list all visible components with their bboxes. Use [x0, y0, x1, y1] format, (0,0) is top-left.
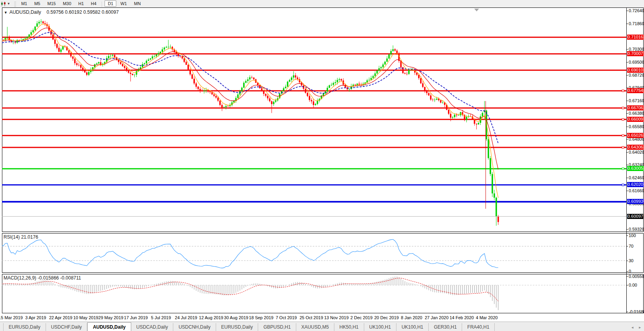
rsi-tick-label: 0: [629, 269, 644, 274]
axis-tick-mark: [626, 235, 628, 236]
axis-tick-mark: [626, 312, 628, 312]
price-axis-separator: [626, 7, 627, 313]
date-label: 7 Oct 2019: [276, 315, 297, 320]
tab-nav-right-icon[interactable]: ▸: [639, 325, 641, 329]
date-label: 27 Jan 2020: [425, 315, 449, 320]
price-tick-label: 0.70300: [629, 47, 644, 51]
date-label: 18 Sep 2019: [249, 315, 273, 320]
ma-mid-line: [2, 28, 498, 169]
timeframe-button-h4[interactable]: H4: [88, 0, 99, 7]
price-tick-label: 0.68720: [629, 73, 644, 77]
date-label: 24 Jul 2019: [175, 315, 197, 320]
level-line-handle[interactable]: [622, 90, 624, 92]
macd-tick-label: -0.016887: [629, 309, 644, 314]
candlestick-chart-icon: [1, 2, 6, 6]
tab-usdchf-daily[interactable]: USDCHF,Daily: [46, 323, 88, 331]
tab-gbpusd-h1[interactable]: GBPUSD,H1: [258, 323, 296, 331]
main-chart-pane[interactable]: [2, 8, 626, 231]
timeframe-button-w1[interactable]: W1: [117, 0, 130, 7]
date-label: 14 Feb 2020: [450, 315, 474, 320]
price-level-badge: 0.65026: [627, 133, 644, 138]
level-line-handle[interactable]: [622, 134, 624, 136]
tab-usdcad-daily[interactable]: USDCAD,Daily: [131, 323, 174, 331]
rsi-tick-label: 100: [629, 233, 644, 238]
timeframe-button-h1[interactable]: H1: [75, 0, 87, 7]
date-label: 29 May 2019: [98, 315, 123, 320]
tab-fra40-h1[interactable]: FRA40,H1: [462, 323, 495, 331]
date-label: 20 Dec 2019: [374, 315, 398, 320]
date-label: 12 Aug 2019: [199, 315, 223, 320]
axis-tick-mark: [626, 49, 628, 50]
date-label: 30 Aug 2019: [224, 315, 248, 320]
macd-signal-line: [2, 278, 498, 301]
axis-tick-mark: [626, 113, 628, 114]
level-line-handle[interactable]: [622, 107, 624, 109]
toolbar-grip[interactable]: [14, 1, 16, 7]
axis-tick-mark: [626, 11, 628, 11]
price-tick-label: 0.61660: [629, 188, 644, 193]
price-tick-label: 0.64020: [629, 150, 644, 154]
date-label: 3 Apr 2019: [25, 315, 46, 320]
date-label: 15 Mar 2019: [0, 315, 23, 320]
price-level-badge: 0.69010: [627, 68, 644, 73]
rsi-tick-label: 30: [629, 258, 644, 263]
date-label: 8 Jan 2020: [401, 315, 422, 320]
tab-eurusd-daily[interactable]: EURUSD,Daily: [216, 323, 259, 331]
price-level-badge: 0.66706: [627, 105, 644, 110]
chart-shift-marker-icon[interactable]: [474, 9, 479, 11]
timeframe-toolbar: ▼ M1M5M15M30H1H4D1W1MN: [0, 0, 644, 7]
price-level-badge: 0.64306: [627, 145, 644, 150]
date-label: 22 Apr 2019: [49, 315, 72, 320]
level-line-handle[interactable]: [622, 146, 624, 148]
chart-type-icon[interactable]: [0, 1, 7, 7]
candles-group: [2, 19, 499, 226]
axis-tick-mark: [626, 165, 628, 165]
level-line-handle[interactable]: [622, 184, 624, 186]
price-tick-label: 0.65580: [629, 124, 644, 129]
tab-ger30-h1[interactable]: GER30,H1: [429, 323, 462, 331]
axis-tick-mark: [626, 191, 628, 191]
tab-uk100-h1[interactable]: UK100,H1: [364, 323, 396, 331]
tab-usdcnh-daily[interactable]: USDCNH,Daily: [173, 323, 216, 331]
tab-eurusd-daily[interactable]: EURUSD,Daily: [3, 323, 46, 331]
rsi-line: [2, 239, 498, 268]
price-tick-label: 0.59320: [629, 227, 644, 232]
tab-nav-left-icon[interactable]: ◂: [631, 325, 633, 329]
rsi-pane[interactable]: [2, 234, 626, 272]
timeframe-button-m5[interactable]: M5: [31, 0, 43, 7]
mt4-window: ▼ M1M5M15M30H1H4D1W1MN ▼AUDUSD,Daily0.59…: [0, 0, 644, 331]
price-tick-label: 0.71860: [629, 21, 644, 26]
ma-fast-line: [2, 24, 498, 198]
level-line-handle[interactable]: [622, 168, 624, 170]
macd-histogram: [2, 276, 498, 310]
macd-tick-label: 0.005587: [629, 274, 644, 279]
tab-uk100-h1[interactable]: UK100,H1: [396, 323, 429, 331]
axis-tick-mark: [626, 261, 628, 261]
price-level-badge: 0.66009: [627, 117, 644, 122]
date-axis[interactable]: 15 Mar 20193 Apr 201922 Apr 201910 May 2…: [0, 313, 644, 322]
tab-xauusd-m5[interactable]: XAUUSD,M5: [296, 323, 334, 331]
chart-title-symbol: AUDUSD,Daily: [9, 9, 41, 15]
timeframe-button-mn[interactable]: MN: [131, 0, 144, 7]
level-line-handle[interactable]: [622, 118, 624, 120]
axis-tick-mark: [626, 127, 628, 127]
macd-pane[interactable]: [2, 274, 626, 313]
axis-tick-mark: [626, 24, 628, 24]
axis-tick-mark: [626, 139, 628, 140]
timeframe-button-m30[interactable]: M30: [60, 0, 74, 7]
axis-tick-mark: [626, 285, 628, 285]
axis-tick-mark: [626, 62, 628, 63]
date-label: 4 Mar 2020: [476, 315, 498, 320]
price-tick-label: 0.72640: [629, 8, 644, 13]
collapse-arrow-icon[interactable]: ▼: [4, 11, 7, 15]
timeframe-button-d1[interactable]: D1: [105, 0, 116, 7]
timeframe-button-m1[interactable]: M1: [18, 0, 30, 7]
tab-hk50-h1[interactable]: HK50,H1: [334, 323, 364, 331]
timeframe-button-m15[interactable]: M15: [44, 0, 59, 7]
price-level-badge: 0.71016: [627, 35, 644, 40]
chevron-down-icon[interactable]: ▼: [7, 2, 10, 6]
tab-audusd-daily[interactable]: AUDUSD,Daily: [87, 322, 131, 331]
axis-tick-mark: [626, 101, 628, 101]
axis-tick-mark: [626, 75, 628, 75]
axis-tick-mark: [626, 271, 628, 272]
